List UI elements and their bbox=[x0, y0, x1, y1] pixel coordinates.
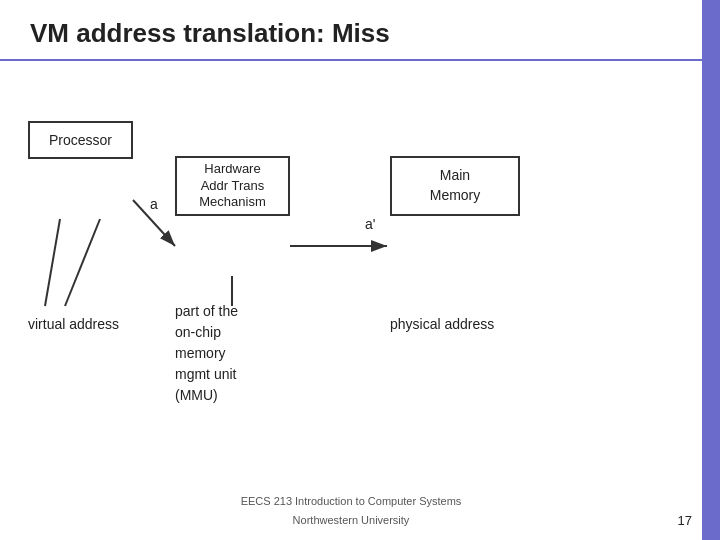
accent-bar bbox=[702, 0, 720, 540]
main-content: Processor HardwareAddr TransMechanism Ma… bbox=[0, 61, 702, 531]
memory-box: MainMemory bbox=[390, 156, 520, 216]
hardware-box: HardwareAddr TransMechanism bbox=[175, 156, 290, 216]
label-mmu: part of theon-chipmemorymgmt unit(MMU) bbox=[175, 301, 238, 406]
footer-text: EECS 213 Introduction to Computer System… bbox=[241, 495, 462, 525]
svg-line-4 bbox=[45, 219, 60, 306]
hardware-label: HardwareAddr TransMechanism bbox=[199, 161, 265, 212]
page-number: 17 bbox=[678, 513, 692, 528]
diagram-svg bbox=[0, 121, 700, 471]
label-aprime: a' bbox=[365, 216, 375, 232]
memory-label: MainMemory bbox=[430, 166, 481, 205]
svg-line-5 bbox=[65, 219, 100, 306]
processor-box: Processor bbox=[28, 121, 133, 159]
label-physical-address: physical address bbox=[390, 316, 494, 332]
label-a: a bbox=[150, 196, 158, 212]
label-virtual-address: virtual address bbox=[28, 316, 119, 332]
page-title: VM address translation: Miss bbox=[30, 18, 390, 48]
title-section: VM address translation: Miss bbox=[0, 0, 702, 61]
footer: EECS 213 Introduction to Computer System… bbox=[0, 491, 702, 528]
processor-label: Processor bbox=[49, 132, 112, 148]
